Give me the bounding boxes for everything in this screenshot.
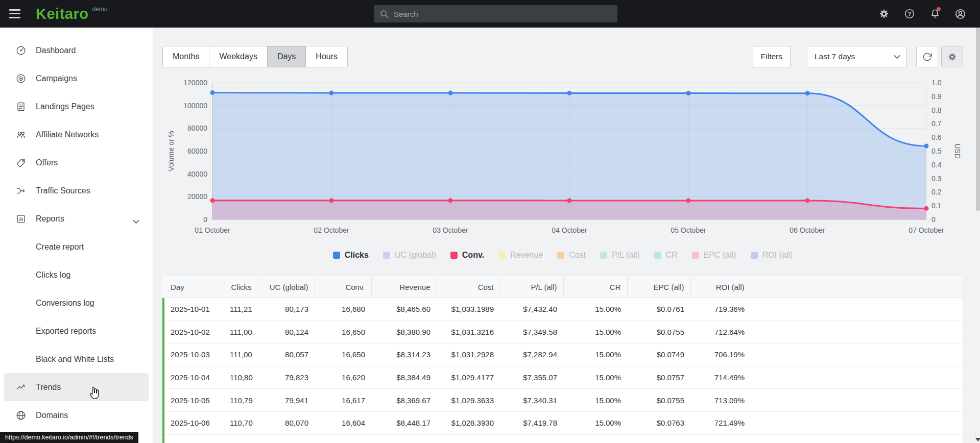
legend-item[interactable]: UC (global): [383, 251, 436, 260]
table-cell: 713.09%: [690, 389, 751, 412]
gear-icon: [947, 52, 957, 62]
sidebar-item-label: Create report: [36, 242, 84, 252]
table-cell: 15.00%: [563, 411, 627, 434]
column-header: Cost: [437, 276, 500, 298]
scrollbar-thumb[interactable]: [976, 28, 980, 211]
scrollbar[interactable]: [975, 28, 980, 443]
sidebar-item-traffic-sources[interactable]: Traffic Sources: [4, 177, 149, 205]
legend-swatch: [498, 252, 506, 259]
sidebar-item-trends[interactable]: Trends: [4, 373, 149, 401]
table-cell: 15.00%: [563, 298, 627, 321]
filters-button[interactable]: Filters: [753, 46, 791, 67]
legend-item[interactable]: P/L (all): [600, 251, 640, 260]
table-cell-filler: [751, 389, 963, 412]
sidebar-item-conversions-log[interactable]: Conversions log: [4, 289, 149, 317]
sidebar-item-label: Clicks log: [36, 270, 70, 280]
sidebar-item-campaigns[interactable]: Campaigns: [4, 64, 149, 92]
menu-toggle-button[interactable]: [0, 0, 30, 28]
account-button[interactable]: [951, 5, 970, 23]
date-range-value: Last 7 days: [815, 52, 855, 61]
legend-item[interactable]: EPC (all): [692, 251, 736, 260]
table-cell: 15.00%: [563, 434, 627, 443]
table-cell-filler: [751, 298, 963, 321]
table-cell: 64,43: [224, 434, 258, 443]
table-cell: $7,432.40: [500, 298, 563, 321]
tab-hours[interactable]: Hours: [305, 46, 348, 67]
sidebar-item-clicks-log[interactable]: Clicks log: [4, 261, 149, 289]
column-header: P/L (all): [500, 276, 563, 298]
table-cell: 16,617: [315, 389, 371, 412]
table-cell: 110,79: [224, 389, 258, 412]
table-cell: $7,340.31: [500, 389, 563, 412]
notifications-button[interactable]: [925, 5, 944, 23]
sidebar-item-exported-reports[interactable]: Exported reports: [4, 317, 149, 345]
scroll-down-icon[interactable]: [975, 438, 980, 441]
svg-text:0.9: 0.9: [931, 92, 942, 101]
sidebar-item-offers[interactable]: Offers: [4, 149, 149, 177]
table-cell: $0.0755: [627, 389, 690, 412]
sidebar-item-landings-pages[interactable]: Landings Pages: [4, 92, 149, 120]
sidebar-nav: Dashboard Campaigns Landings Pages Affil…: [0, 28, 153, 443]
sidebar-item-affiliate-networks[interactable]: Affiliate Networks: [4, 120, 149, 149]
column-header: CR: [563, 276, 627, 298]
help-button[interactable]: ?: [900, 5, 919, 23]
legend-item[interactable]: CR: [654, 251, 678, 260]
sidebar-item-create-report[interactable]: Create report: [4, 233, 149, 261]
table-cell: $597.8820: [437, 434, 500, 443]
table-cell: $4,310.33: [500, 434, 563, 443]
svg-text:0: 0: [931, 215, 936, 224]
table-cell: 720.94%: [690, 434, 751, 443]
legend-label: UC (global): [395, 251, 436, 260]
question-icon: ?: [904, 8, 915, 19]
trending-up-icon: [15, 382, 27, 393]
sidebar-item-black-and-white-lists[interactable]: Black and White Lists: [4, 345, 149, 373]
chart-settings-button[interactable]: [941, 46, 963, 67]
table-cell: 2025-10-05: [163, 389, 224, 412]
legend-swatch: [692, 252, 699, 259]
settings-button[interactable]: [874, 5, 893, 23]
table-row: 2025-10-01111,2180,17316,680$8,465.60$1,…: [163, 298, 963, 321]
search-bar: [374, 5, 617, 22]
legend-item[interactable]: Revenue: [498, 251, 543, 260]
table-cell-filler: [751, 411, 963, 434]
toolbar: MonthsWeekdaysDaysHours Filters Last 7 d…: [162, 46, 963, 67]
date-range-select[interactable]: Last 7 days: [807, 46, 907, 67]
legend-item[interactable]: ROI (all): [751, 251, 793, 260]
table-cell: 110,80: [224, 366, 258, 389]
table-row: 2025-10-02111,0080,12416,650$8,380.90$1,…: [163, 321, 963, 343]
column-header: Day: [163, 276, 224, 298]
legend-label: EPC (all): [704, 251, 736, 260]
chevron-down-icon: [894, 55, 900, 59]
table-cell: $0.0761: [627, 298, 690, 321]
logo[interactable]: Keitaro demo: [36, 0, 107, 28]
table-cell: $7,355.07: [500, 366, 563, 389]
tab-days[interactable]: Days: [267, 46, 306, 67]
sidebar-item-reports[interactable]: Reports: [4, 205, 149, 233]
legend-item[interactable]: Cost: [557, 251, 586, 260]
legend-swatch: [383, 252, 390, 259]
legend-label: P/L (all): [612, 251, 640, 260]
table-cell: 16,680: [315, 298, 371, 321]
search-input[interactable]: [394, 10, 611, 18]
interval-tabs: MonthsWeekdaysDaysHours: [162, 46, 348, 67]
table-cell: $1,029.4177: [437, 366, 500, 389]
table-cell: $0.0762: [627, 434, 690, 443]
table-cell: $1,028.3930: [437, 411, 500, 434]
legend-item[interactable]: Conv.: [450, 251, 484, 260]
sidebar-item-domains[interactable]: Domains: [4, 401, 149, 429]
notification-badge: [937, 7, 941, 11]
trends-chart: 02000040000600008000010000012000000.10.2…: [162, 75, 963, 239]
sidebar-item-dashboard[interactable]: Dashboard: [4, 36, 149, 64]
status-url: https://demo.keitaro.io/admin/#!/trends/…: [0, 432, 138, 443]
svg-text:Volume or %: Volume or %: [167, 131, 175, 171]
table-row: 2025-10-06110,7080,07016,604$8,448.17$1,…: [163, 411, 963, 434]
refresh-button[interactable]: [916, 46, 938, 67]
sidebar-item-label: Black and White Lists: [36, 355, 114, 364]
tab-months[interactable]: Months: [162, 46, 209, 67]
table-cell: 111,00: [224, 343, 258, 366]
legend-item[interactable]: Clicks: [333, 251, 369, 260]
tab-weekdays[interactable]: Weekdays: [209, 46, 267, 67]
sidebar-item-label: Domains: [36, 411, 68, 420]
table-cell: 714.49%: [690, 366, 751, 389]
sidebar-item-label: Affiliate Networks: [36, 130, 99, 139]
